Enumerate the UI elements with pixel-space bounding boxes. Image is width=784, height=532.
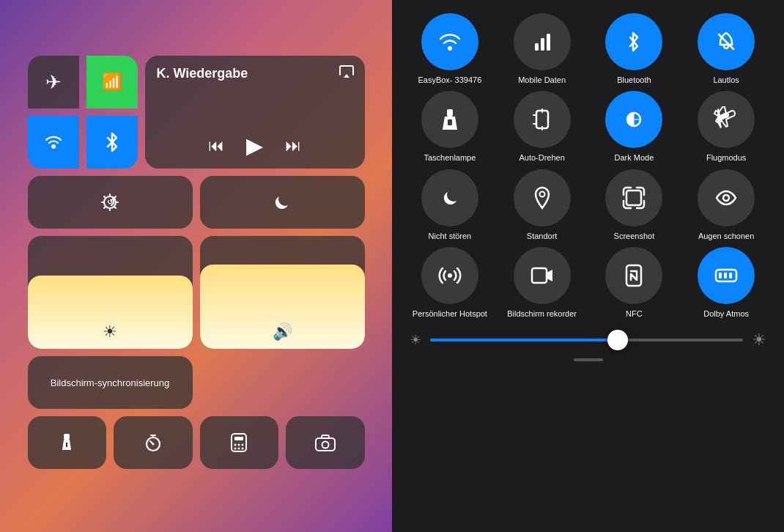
left-panel: ✈ 📶 K. Wiedergabe ⏮ ▶ [0,0,392,532]
svg-rect-23 [448,119,452,125]
svg-point-26 [539,191,544,196]
toggle-airplane[interactable]: Flugmodus [683,91,769,163]
svg-point-6 [152,443,154,446]
row2: ↺ ☀ 🔊 [28,176,365,349]
toggle-silent-icon [698,13,755,70]
row1: ✈ 📶 K. Wiedergabe ⏮ ▶ [28,56,365,169]
toggle-airplane-icon [698,91,755,148]
airplane-button[interactable]: ✈ [28,56,79,108]
toggle-dolby-icon [698,247,755,304]
timer-button[interactable] [114,416,193,469]
volume-icon: 🔊 [273,322,292,341]
svg-rect-34 [724,273,727,278]
toggle-wifi-label: EasyBox- 339476 [418,75,481,85]
toggle-mobile-data-label: Mobile Daten [518,75,566,85]
toggle-flashlight-label: Taschenlampe [424,152,476,163]
brightness-slider[interactable]: ☀ [28,236,193,349]
flashlight-button[interactable] [28,416,107,469]
connectivity-buttons: ✈ 📶 [28,56,138,169]
svg-rect-3 [64,434,70,440]
toggle-dark-mode-label: Dark Mode [614,152,654,163]
toggle-location[interactable]: Standort [499,169,585,241]
svg-rect-8 [234,437,243,440]
toggle-eye-comfort-icon [698,169,755,226]
toggle-airplane-label: Flugmodus [706,152,746,163]
toggle-silent[interactable]: Lautlos [683,13,769,85]
toggle-hotspot[interactable]: Persönlicher Hotspot [407,247,493,319]
svg-rect-27 [626,191,641,205]
toggle-nfc-label: NFC [626,309,643,319]
toggle-nfc-icon [605,247,662,304]
bottom-handle [404,354,772,361]
toggle-hotspot-icon [421,247,478,304]
orientation-lock-button[interactable]: ↺ [28,176,193,229]
toggle-do-not-disturb-icon [421,169,478,226]
toggle-screenshot[interactable]: Screenshot [591,169,678,241]
screen-sync-button[interactable]: Bildschirm-synchronisierung [28,356,193,409]
right-panel: EasyBox- 339476Mobile DatenBluetoothLaut… [392,0,784,532]
svg-rect-35 [729,273,732,278]
brightness-fill [430,339,618,341]
svg-point-9 [234,444,237,446]
row4 [28,416,365,469]
toggle-mobile-data[interactable]: Mobile Daten [499,13,585,85]
control-grid: ✈ 📶 K. Wiedergabe ⏮ ▶ [28,56,365,476]
media-title: K. Wiedergabe [157,66,353,81]
media-card: K. Wiedergabe ⏮ ▶ ⏭ [145,56,365,169]
toggle-screen-recorder[interactable]: Bildschirm rekorder [499,247,585,319]
toggle-bluetooth[interactable]: Bluetooth [591,13,678,85]
toggle-dark-mode[interactable]: Dark Mode [591,91,678,163]
toggle-wifi[interactable]: EasyBox- 339476 [407,13,493,85]
wifi-active-button[interactable]: 📶 [86,56,138,108]
toggle-mobile-data-icon [514,13,571,70]
airplay-icon[interactable] [339,64,355,83]
toggle-bluetooth-icon [605,13,662,70]
svg-point-13 [238,448,240,450]
toggle-wifi-icon [421,13,478,70]
toggle-nfc[interactable]: NFC [591,247,678,319]
brightness-thumb[interactable] [607,330,628,350]
toggle-hotspot-label: Persönlicher Hotspot [413,309,487,319]
svg-point-10 [238,444,240,446]
media-controls: ⏮ ▶ ⏭ [157,133,353,158]
toggle-do-not-disturb-label: Nicht stören [429,231,472,241]
svg-point-29 [448,273,452,278]
volume-slider[interactable]: 🔊 [200,236,365,349]
brightness-track[interactable] [430,339,743,341]
wifi-button[interactable] [28,116,79,169]
toggle-auto-rotate[interactable]: Auto-Drehen [499,91,585,163]
handle-bar [574,358,603,361]
toggle-eye-comfort[interactable]: Augen schonen [683,169,769,241]
toggle-location-icon [514,169,571,226]
toggle-do-not-disturb[interactable]: Nicht stören [407,169,493,241]
svg-point-11 [242,444,244,446]
svg-rect-33 [719,273,722,278]
brightness-min-icon: ☀ [410,332,421,348]
toggle-screenshot-label: Screenshot [614,231,655,241]
svg-rect-20 [547,34,550,51]
svg-point-14 [242,448,244,450]
bluetooth-button[interactable] [86,116,138,169]
play-button[interactable]: ▶ [246,133,263,158]
moon-button[interactable] [200,176,365,229]
svg-text:↺: ↺ [107,198,114,206]
toggle-auto-rotate-label: Auto-Drehen [519,152,564,163]
toggle-screen-recorder-icon [514,247,571,304]
toggle-silent-label: Lautlos [713,75,739,85]
brightness-max-icon: ☀ [752,330,766,350]
toggle-dolby-label: Dolby Atmos [703,309,749,319]
svg-point-0 [51,144,56,149]
brightness-icon: ☀ [103,322,117,341]
svg-point-17 [448,46,452,51]
toggle-screenshot-icon [605,169,662,226]
toggle-dolby[interactable]: Dolby Atmos [683,247,769,319]
svg-rect-19 [541,38,544,51]
camera-button[interactable] [286,416,365,469]
svg-rect-31 [626,265,641,286]
toggle-screen-recorder-label: Bildschirm rekorder [507,309,577,319]
calculator-button[interactable] [200,416,279,469]
prev-button[interactable]: ⏮ [208,136,224,155]
toggle-flashlight[interactable]: Taschenlampe [407,91,493,163]
next-button[interactable]: ⏭ [285,136,301,155]
svg-rect-30 [532,268,547,283]
